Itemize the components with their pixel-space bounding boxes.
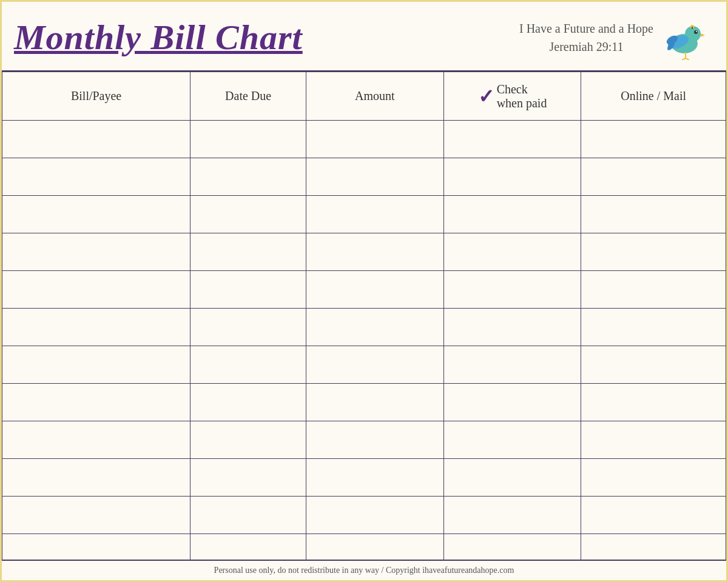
table-cell [2,121,190,158]
table-cell [190,233,306,271]
table-cell [190,121,306,158]
table-row [2,497,726,534]
table-row [2,309,726,346]
table-cell [443,309,581,346]
table-cell [306,196,444,233]
table-cell [581,534,726,560]
table-cell [443,271,581,309]
table-cell [581,196,726,233]
table-row [2,384,726,421]
table-container: Bill/Payee Date Due Amount ✓ Check w [2,72,726,560]
scripture-line2: Jeremiah 29:11 [519,38,653,56]
table-cell [190,384,306,421]
table-cell [190,196,306,233]
table-cell [190,421,306,459]
table-cell [581,459,726,497]
table-cell [306,121,444,158]
table-cell [190,271,306,309]
table-cell [2,309,190,346]
table-header-row: Bill/Payee Date Due Amount ✓ Check w [2,72,726,121]
header: Monthly Bill Chart I Have a Future and a… [2,2,726,72]
table-cell [190,158,306,196]
table-cell [443,121,581,158]
table-cell [306,271,444,309]
table-cell [2,158,190,196]
table-cell [581,384,726,421]
table-cell [190,459,306,497]
table-cell [306,233,444,271]
bird-icon [659,13,714,62]
table-cell [2,534,190,560]
table-cell [443,196,581,233]
table-cell [2,233,190,271]
col-header-date: Date Due [190,72,306,121]
table-cell [306,421,444,459]
table-row [2,158,726,196]
table-cell [2,497,190,534]
bill-chart-table: Bill/Payee Date Due Amount ✓ Check w [2,72,726,560]
svg-line-10 [686,58,689,60]
table-cell [190,497,306,534]
table-cell [306,497,444,534]
check-line2: when paid [497,96,547,110]
table-row [2,421,726,459]
check-line1: Check [497,82,528,96]
table-body [2,121,726,560]
table-cell [2,384,190,421]
table-cell [2,459,190,497]
table-cell [581,309,726,346]
table-cell [2,421,190,459]
table-cell [306,534,444,560]
table-cell [443,233,581,271]
table-row [2,271,726,309]
table-cell [443,497,581,534]
table-row [2,233,726,271]
table-cell [306,459,444,497]
table-cell [306,346,444,384]
col-header-amount: Amount [306,72,444,121]
table-cell [2,196,190,233]
checkmark-icon: ✓ [478,87,494,106]
table-cell [190,534,306,560]
table-cell [443,534,581,560]
col-header-online: Online / Mail [581,72,726,121]
footer-text: Personal use only, do not redistribute i… [214,566,514,575]
table-cell [581,497,726,534]
scripture-line1: I Have a Future and a Hope [519,19,653,38]
table-cell [306,309,444,346]
table-cell [443,384,581,421]
table-cell [306,158,444,196]
svg-point-3 [696,31,697,32]
table-cell [581,158,726,196]
table-row [2,196,726,233]
table-cell [443,421,581,459]
table-cell [581,271,726,309]
header-right: I Have a Future and a Hope Jeremiah 29:1… [519,13,714,62]
svg-point-2 [694,30,698,34]
table-cell [581,233,726,271]
page-title: Monthly Bill Chart [14,18,303,57]
col-header-bill: Bill/Payee [2,72,190,121]
col-header-check: ✓ Check when paid [443,72,581,121]
page-wrapper: Monthly Bill Chart I Have a Future and a… [0,0,728,582]
table-cell [443,158,581,196]
svg-marker-4 [701,33,705,37]
table-cell [581,121,726,158]
table-cell [581,346,726,384]
table-row [2,534,726,560]
title-block: Monthly Bill Chart [14,18,303,57]
table-cell [2,271,190,309]
footer: Personal use only, do not redistribute i… [2,560,726,580]
table-cell [443,346,581,384]
table-cell [443,459,581,497]
table-cell [306,384,444,421]
svg-line-9 [682,58,686,60]
table-row [2,346,726,384]
scripture-block: I Have a Future and a Hope Jeremiah 29:1… [519,19,653,56]
table-cell [581,421,726,459]
table-row [2,459,726,497]
table-cell [2,346,190,384]
table-cell [190,309,306,346]
table-row [2,121,726,158]
table-cell [190,346,306,384]
